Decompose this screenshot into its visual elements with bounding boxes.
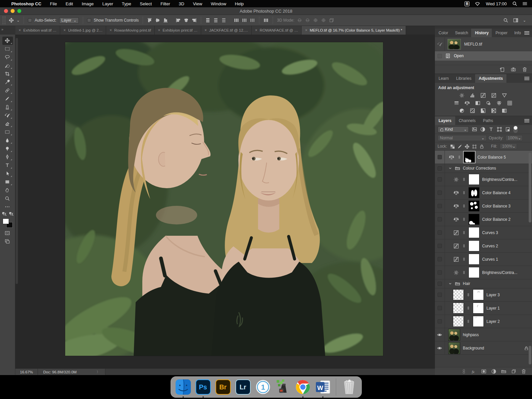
screen-mode-button[interactable] [2,237,13,246]
mask-link-icon[interactable] [466,292,470,297]
layer-name[interactable]: Layer 3 [486,293,500,297]
dock-bridge[interactable]: Br [215,379,231,395]
layer-mask-thumbnail[interactable] [468,187,479,198]
hand-tool[interactable] [2,186,13,195]
layer-mask-thumbnail[interactable] [468,214,479,225]
quick-selection-tool[interactable] [2,62,13,70]
close-icon[interactable] [109,28,112,33]
status-menu-chevron-icon[interactable] [96,370,100,374]
filter-pixel-layers-icon[interactable] [472,127,477,132]
layer-name[interactable]: Brightness/Contra... [482,270,517,275]
gradient-map-adjustment-icon[interactable] [491,108,497,113]
visibility-checkbox[interactable] [438,270,442,275]
visibility-toggle[interactable] [435,266,445,279]
layers-scrollbar-thumb[interactable] [529,346,531,364]
layer-row[interactable]: Curves 3 [435,226,532,239]
panel-menu-icon[interactable] [524,119,529,122]
close-icon[interactable] [305,28,307,33]
wifi-icon[interactable] [475,1,480,6]
layer-mask-thumbnail[interactable] [473,316,484,327]
layer-group-row[interactable]: Colour Corrections [435,164,532,173]
layer-row[interactable]: Curves 1 [435,253,532,266]
mask-link-icon[interactable] [462,190,466,195]
visibility-toggle[interactable] [435,279,445,288]
tab-properties[interactable]: Proper [492,29,511,37]
link-layers-icon[interactable] [461,369,466,374]
layer-thumbnail[interactable] [448,342,460,354]
3d-scale-icon[interactable] [329,18,334,23]
group-name[interactable]: Colour Corrections [463,166,496,171]
history-brush-tool[interactable] [2,111,13,120]
layer-row[interactable]: highpass [435,328,532,341]
visibility-toggle[interactable] [435,200,445,212]
layer-mask-thumbnail[interactable] [473,303,484,314]
visibility-checkbox[interactable] [438,282,442,286]
default-colors-icon[interactable] [2,212,7,216]
exposure-adjustment-icon[interactable] [491,93,497,98]
filter-shape-layers-icon[interactable] [497,127,502,132]
layer-thumbnail[interactable] [453,316,464,327]
tab-info[interactable]: Info [511,29,524,37]
close-icon[interactable] [64,28,66,33]
rectangle-tool[interactable] [2,178,13,186]
fill-field[interactable]: 100% [500,143,517,149]
filter-adjustment-layers-icon[interactable] [480,127,485,132]
marquee-tool[interactable] [2,45,13,53]
zoom-tool[interactable] [2,195,13,203]
eraser-tool[interactable] [2,120,13,128]
history-state-checkbox[interactable] [438,54,442,58]
box-sync-icon[interactable]: B [465,1,469,6]
document-canvas-area[interactable] [15,35,435,368]
layer-name[interactable]: Curves 3 [482,230,498,235]
levels-adjustment-icon[interactable] [470,93,476,98]
menu-app-name[interactable]: Photoshop CC [11,1,41,6]
history-source-thumbnail[interactable] [448,39,461,50]
menu-select[interactable]: Select [140,1,152,6]
clone-stamp-tool[interactable] [2,103,13,111]
layer-row[interactable]: Layer 2 [435,315,532,328]
visibility-checkbox[interactable] [438,166,442,171]
layer-mask-thumbnail[interactable] [468,174,479,185]
photo-filter-adjustment-icon[interactable] [486,100,492,105]
tab-swatches[interactable]: Swatch [452,29,471,37]
layer-filter-toggle[interactable] [513,126,518,133]
distribute-vcenter-icon[interactable] [213,18,218,23]
tab-layers[interactable]: Layers [435,116,455,125]
menu-3d[interactable]: 3D [179,1,185,6]
eye-icon[interactable] [437,345,443,351]
foreground-background-colors[interactable] [3,218,13,228]
layer-row[interactable]: Color Balance 2 [435,213,532,226]
color-balance-adjustment-icon[interactable] [465,100,471,105]
hue-saturation-adjustment-icon[interactable] [454,100,460,105]
delete-state-icon[interactable] [522,67,527,72]
visibility-checkbox[interactable] [438,319,442,324]
dock-capture-one[interactable]: 1 [255,379,271,395]
visibility-toggle[interactable] [435,328,445,341]
canvas-scrollbar[interactable] [16,38,18,284]
edit-toolbar-button[interactable] [2,203,13,211]
layer-mask-thumbnail[interactable] [464,152,475,163]
panel-menu-icon[interactable] [524,77,529,80]
align-right-edges-icon[interactable] [192,18,197,23]
path-selection-tool[interactable] [2,170,13,178]
mask-link-icon[interactable] [462,243,466,248]
distribute-spacing-icon[interactable] [263,18,269,23]
gradient-tool[interactable] [2,128,13,136]
visibility-checkbox[interactable] [438,244,442,248]
history-brush-source-icon[interactable] [437,42,443,47]
lock-artboard-icon[interactable] [472,144,476,149]
eyedropper-tool[interactable] [2,78,13,86]
filter-type-layers-icon[interactable] [488,127,494,132]
chevron-down-icon[interactable] [448,166,452,170]
layer-style-icon[interactable] [471,369,476,374]
dock-scanner-utility[interactable] [275,379,291,395]
document-tab[interactable]: ROWANFACE.tif @ … [252,26,302,35]
show-transform-checkbox[interactable] [87,18,91,22]
menu-view[interactable]: View [193,1,202,6]
vibrance-adjustment-icon[interactable] [502,93,508,98]
visibility-toggle[interactable] [435,302,445,315]
layer-mask-thumbnail[interactable] [473,289,484,300]
visibility-toggle[interactable] [435,151,445,164]
menu-image[interactable]: Image [82,1,94,6]
layer-group-row[interactable]: Hair [435,279,532,288]
